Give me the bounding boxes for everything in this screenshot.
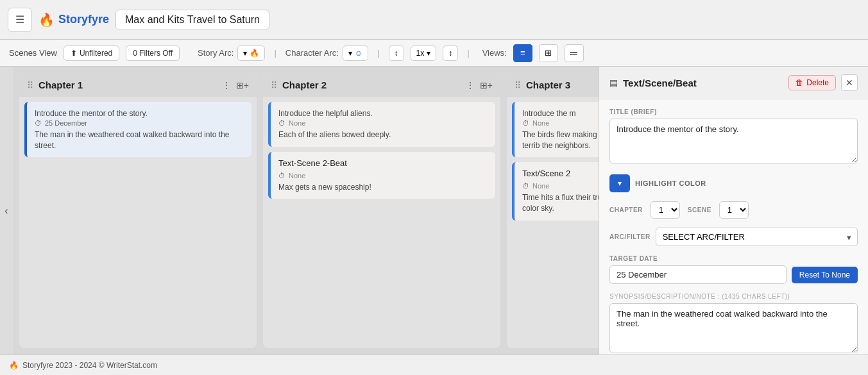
grid-icon: ⊞ [545,48,552,58]
card-ch2-2[interactable]: Text-Scene 2-Beat ⏱ None Max gets a new … [268,152,495,199]
card-none-ch2-2: None [289,172,305,179]
clock-icon-ch2-2: ⏱ [278,172,285,179]
brand: 🔥 Storyfyre [38,12,109,28]
title-field-label: TITLE (brief) [609,108,858,115]
card-meta-ch2-1: ⏱ None [278,119,488,127]
card-extra-ch2-2: Max gets a new spaceship! [278,182,488,193]
card-meta-ch3-2: ⏱ None [522,182,599,190]
sep2: | [274,48,276,58]
kanban-column-3: ⠿ Chapter 3 Introduce the m ⏱ None The b… [507,73,599,348]
drag-icon-2: ⠿ [271,80,277,90]
card-ch2-1[interactable]: Introduce the helpful aliens. ⏱ None Eac… [268,102,495,147]
delete-label: Delete [806,78,829,87]
card-extra-ch1-1: The man in the weathered coat walked bac… [35,129,244,151]
unfiltered-button[interactable]: ⬆ Unfiltered [64,46,119,61]
reset-date-button[interactable]: Reset To None [792,267,858,283]
footer: 🔥 Storyfyre 2023 - 2024 © WriterStat.com [0,354,868,375]
col-more-icon-1[interactable]: ⋮ [222,80,231,90]
card-ch3-1[interactable]: Introduce the m ⏱ None The birds flew ma… [512,102,599,157]
character-arc-section: Character Arc: ▾ ☺ [285,46,368,61]
delete-button[interactable]: 🗑 Delete [788,75,836,90]
scene-select[interactable]: 1 234 [719,201,749,219]
card-body-ch1-1: Introduce the mentor of the story. [35,108,244,119]
col-cards-1: Introduce the mentor of the story. ⏱ 25 … [19,97,257,162]
sort-icon: ↕ [395,49,398,58]
arc-filter-group: ARC/FILTER SELECT ARC/FILTER [609,228,858,246]
multiplier-value: 1x [416,49,425,58]
card-body-ch2-1: Introduce the helpful aliens. [278,108,488,119]
list-icon: ≡ [520,48,525,58]
title-textarea[interactable] [609,119,858,163]
project-title[interactable]: Max and Kits Travel to Saturn [115,10,269,30]
nav-arrow-left[interactable]: ‹ [0,67,13,354]
menu-button[interactable]: ☰ [8,8,32,32]
card-extra-ch2-1: Each of the aliens bowed deeply. [278,129,488,140]
trash-icon: 🗑 [796,78,803,87]
multiplier-dropdown[interactable]: 1x ▾ [411,46,437,61]
synopsis-group: SYNOPSIS/DESCRIPTION/NOTE : (1435 chars … [609,293,858,354]
settings-icon: ≔ [570,48,578,58]
panel-title-row: ▤ Text/Scene/Beat [609,78,697,88]
card-title-ch3-2: Text/Scene 2 [522,169,599,178]
character-icon: ☺ [355,49,362,58]
chapter-scene-row: CHAPTER 1 234 SCENE 1 234 [609,201,858,219]
footer-icon: 🔥 [9,361,19,370]
card-none-ch3-2: None [532,182,549,190]
col-header-2: ⠿ Chapter 2 ⋮ ⊞+ [263,73,500,97]
col-add-icon-2[interactable]: ⊞+ [480,80,493,90]
sort-desc-icon: ↕ [448,49,452,58]
col-add-icon-1[interactable]: ⊞+ [236,80,249,90]
clock-icon-ch2-1: ⏱ [278,119,285,127]
card-extra-ch3-1: The birds flew making a terrib the neigh… [522,129,599,151]
panel-header: ▤ Text/Scene/Beat 🗑 Delete ✕ [599,67,868,99]
col-more-icon-2[interactable]: ⋮ [466,80,475,90]
settings-view-button[interactable]: ≔ [565,44,584,62]
card-title-ch2-2: Text-Scene 2-Beat [278,158,488,168]
close-icon: ✕ [846,78,853,88]
close-panel-button[interactable]: ✕ [841,74,858,91]
sep4: | [467,48,469,58]
chevron-down-icon4: ▾ [618,179,622,188]
card-ch1-1[interactable]: Introduce the mentor of the story. ⏱ 25 … [24,102,251,157]
chapter-label: CHAPTER [609,206,643,213]
filters-button[interactable]: 0 Filters Off [126,46,180,61]
panel-body: TITLE (brief) ▾ HIGHLIGHT COLOR CHAPTER … [599,99,868,354]
highlight-dropdown-button[interactable]: ▾ [609,174,630,192]
highlight-label: HIGHLIGHT COLOR [635,179,706,187]
chapter-select[interactable]: 1 234 [651,201,680,219]
character-arc-dropdown[interactable]: ▾ ☺ [343,46,368,61]
col-title-1: Chapter 1 [38,79,83,90]
card-ch3-2[interactable]: Text/Scene 2 ⏱ None Time hits a flux the… [512,162,599,221]
story-arc-label: Story Arc: [198,48,234,58]
kanban-column-2: ⠿ Chapter 2 ⋮ ⊞+ Introduce the helpful a… [263,73,500,348]
card-date-ch1-1: 25 December [45,119,87,127]
chevron-down-icon: ▾ [243,49,247,58]
date-input[interactable] [609,265,787,284]
card-none-ch2-1: None [289,119,305,127]
sort-desc-button[interactable]: ↕ [443,46,458,61]
target-date-label: TARGET DATE [609,255,858,262]
card-body-ch3-1: Introduce the m [522,108,599,119]
arc-filter-select[interactable]: SELECT ARC/FILTER [656,228,858,246]
chevron-down-icon3: ▾ [427,49,430,58]
target-date-group: TARGET DATE Reset To None [609,255,858,284]
col-cards-2: Introduce the helpful aliens. ⏱ None Eac… [263,97,500,204]
hamburger-icon: ☰ [15,13,24,26]
filters-label: 0 Filters Off [133,49,173,58]
col-header-left-3: ⠿ Chapter 3 [515,79,570,90]
views-label: Views: [482,48,507,58]
list-view-button[interactable]: ≡ [513,44,532,62]
synopsis-textarea[interactable] [609,303,858,353]
grid-view-button[interactable]: ⊞ [539,44,558,62]
arc-filter-label: ARC/FILTER [609,233,651,240]
scenes-view-label: Scenes View [9,48,57,58]
footer-text: Storyfyre 2023 - 2024 © WriterStat.com [22,361,157,370]
story-arc-dropdown[interactable]: ▾ 🔥 [237,46,265,61]
date-row: Reset To None [609,265,858,284]
col-header-1: ⠿ Chapter 1 ⋮ ⊞+ [19,73,257,97]
arc-select-wrapper: SELECT ARC/FILTER [656,228,858,246]
clock-icon-ch3-1: ⏱ [522,119,529,127]
col-title-2: Chapter 2 [282,79,327,90]
sort-asc-button[interactable]: ↕ [389,46,404,61]
col-cards-3: Introduce the m ⏱ None The birds flew ma… [507,97,599,226]
